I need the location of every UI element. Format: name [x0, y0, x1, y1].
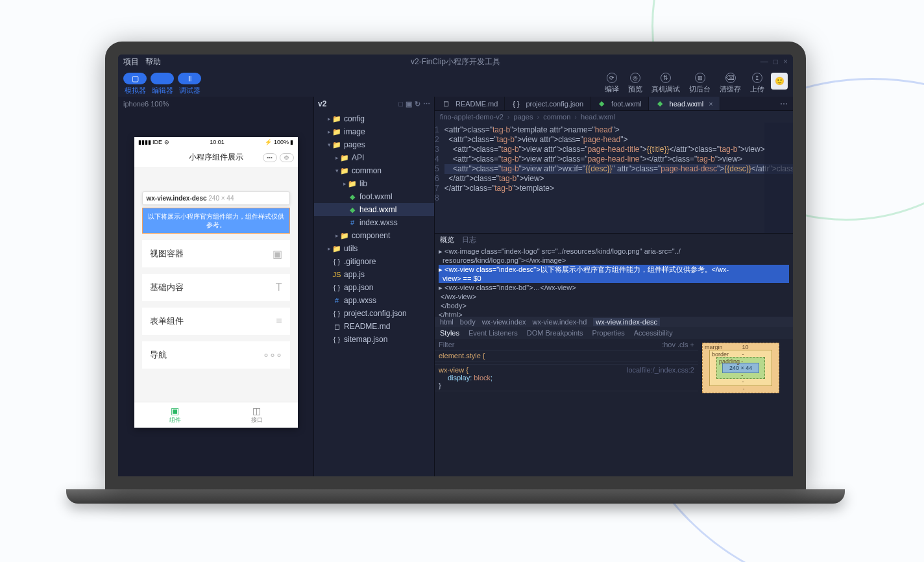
breadcrumb: fino-applet-demo-v2›pages›common›head.wx… — [435, 111, 793, 123]
styles-tab-0[interactable]: Styles — [440, 329, 459, 337]
tree-node-0[interactable]: ▸📁config — [314, 112, 434, 125]
inspect-tooltip: wx-view.index-desc 240 × 44 — [142, 191, 290, 205]
tree-node-15[interactable]: { }project.config.json — [314, 307, 434, 320]
phone-time: 10:01 — [210, 139, 225, 145]
tree-node-12[interactable]: JSapp.js — [314, 268, 434, 281]
code-editor[interactable]: 12345678 <attr">class="tag-b">template a… — [435, 123, 793, 233]
user-avatar[interactable]: 🙂 — [771, 73, 788, 90]
phone-tab-0[interactable]: ▣组件 — [134, 402, 216, 428]
box-model: margin 10 border - padding - — [698, 339, 793, 476]
tree-node-8[interactable]: #index.wxss — [314, 216, 434, 229]
tree-node-10[interactable]: ▸📁utils — [314, 242, 434, 255]
tree-node-9[interactable]: ▸📁component — [314, 229, 434, 242]
mode-toggle-0[interactable]: ▢模拟器 — [123, 73, 147, 95]
tree-node-3[interactable]: ▸📁API — [314, 151, 434, 164]
simulator-panel: iphone6 100% ▮▮▮▮ IDE ⊝ 10:01 ⚡ 100% ▮ 小… — [118, 97, 314, 476]
laptop-frame: 项目 帮助 v2-FinClip小程序开发工具 — □ × ▢模拟器 编辑器 ⫴… — [105, 42, 806, 504]
phone-preview[interactable]: ▮▮▮▮ IDE ⊝ 10:01 ⚡ 100% ▮ 小程序组件展示 ••• ◎ — [134, 137, 298, 428]
explorer-head-icon-0[interactable]: □ — [398, 100, 403, 108]
mode-toggle-1[interactable]: 编辑器 — [151, 73, 174, 95]
menu-project[interactable]: 项目 — [123, 56, 139, 67]
toolbar-action-2[interactable]: ⇅真机调试 — [651, 73, 680, 94]
explorer-head-icon-3[interactable]: ⋯ — [423, 100, 430, 108]
phone-nav-title: 小程序组件展示 — [189, 152, 243, 163]
styles-tab-1[interactable]: Event Listeners — [468, 329, 518, 337]
tree-node-17[interactable]: { }sitemap.json — [314, 333, 434, 346]
window-close[interactable]: × — [783, 57, 788, 66]
highlighted-element[interactable]: 以下将展示小程序官方组件能力，组件样式仅供参考。 — [142, 208, 290, 234]
editor-tab-2[interactable]: ◆foot.wxml — [590, 97, 648, 110]
window-maximize[interactable]: □ — [773, 57, 778, 66]
capsule-close[interactable]: ◎ — [280, 153, 294, 162]
ide-window: 项目 帮助 v2-FinClip小程序开发工具 — □ × ▢模拟器 编辑器 ⫴… — [118, 55, 793, 476]
menu-help[interactable]: 帮助 — [145, 56, 161, 67]
toolbar-action-3[interactable]: ⊞切后台 — [689, 73, 711, 94]
explorer-head-icon-1[interactable]: ▣ — [406, 100, 412, 108]
toolbar-action-1[interactable]: ◎预览 — [628, 73, 642, 94]
category-row-2[interactable]: 表单组件≡ — [142, 308, 290, 335]
tree-node-16[interactable]: ◻README.md — [314, 320, 434, 333]
editor-tab-3[interactable]: ◆head.wxml× — [649, 97, 720, 110]
tree-node-6[interactable]: ◆foot.wxml — [314, 190, 434, 203]
simulator-device-label: iphone6 100% — [118, 97, 313, 111]
category-row-1[interactable]: 基础内容T — [142, 274, 290, 301]
tree-node-4[interactable]: ▾📁common — [314, 164, 434, 177]
tree-node-7[interactable]: ◆head.wxml — [314, 203, 434, 216]
editor-tabbar: ◻README.md { }project.config.json ◆foot.… — [435, 97, 793, 111]
devtools-panel: 概览日志 ▸ <wx-image class="index-logo" src=… — [435, 233, 793, 476]
editor-tab-0[interactable]: ◻README.md — [435, 97, 505, 110]
toolbar-action-0[interactable]: ⟳编译 — [605, 73, 619, 94]
dom-breadcrumb[interactable]: htmlbodywx-view.indexwx-view.index-hdwx-… — [435, 317, 793, 327]
phone-carrier: ▮▮▮▮ IDE ⊝ — [138, 139, 169, 145]
phone-tab-1[interactable]: ◫接口 — [216, 402, 298, 428]
explorer-root[interactable]: v2 — [318, 99, 326, 108]
toolbar-action-4[interactable]: ⌫清缓存 — [720, 73, 741, 94]
category-row-0[interactable]: 视图容器▣ — [142, 240, 290, 267]
explorer-head-icon-2[interactable]: ↻ — [415, 100, 420, 108]
window-minimize[interactable]: — — [760, 57, 768, 66]
styles-tab-4[interactable]: Accessibility — [634, 329, 673, 337]
tab-overflow[interactable]: ⋯ — [775, 97, 793, 110]
styles-tab-2[interactable]: DOM Breakpoints — [527, 329, 583, 337]
styles-filter[interactable]: Filter — [439, 341, 454, 348]
mode-toggle-2[interactable]: ⫴调试器 — [178, 73, 201, 95]
styles-pane[interactable]: Filter :hov .cls + element.style {</span… — [435, 339, 698, 476]
capsule-menu[interactable]: ••• — [263, 153, 277, 162]
category-row-3[interactable]: 导航∘∘∘ — [142, 341, 290, 369]
tree-node-13[interactable]: { }app.json — [314, 281, 434, 294]
devtools-top-tab-0[interactable]: 概览 — [440, 235, 454, 245]
tree-node-5[interactable]: ▸📁lib — [314, 177, 434, 190]
menubar: 项目 帮助 v2-FinClip小程序开发工具 — □ × — [118, 55, 793, 69]
editor-tab-1[interactable]: { }project.config.json — [505, 97, 590, 110]
toolbar: ▢模拟器 编辑器 ⫴调试器 ⟳编译 ◎预览 ⇅真机调试 ⊞切后台 ⌫清缓存 ↥上… — [118, 69, 793, 97]
styles-tab-3[interactable]: Properties — [592, 329, 625, 337]
devtools-top-tab-1[interactable]: 日志 — [462, 235, 476, 245]
tree-node-11[interactable]: { }.gitignore — [314, 255, 434, 268]
toolbar-action-5[interactable]: ↥上传 — [750, 73, 764, 94]
minimap[interactable] — [764, 123, 793, 233]
file-explorer: v2 □▣↻⋯ ▸📁config ▸📁image ▾📁pages ▸📁API ▾… — [314, 97, 435, 476]
tree-node-1[interactable]: ▸📁image — [314, 125, 434, 138]
tree-node-2[interactable]: ▾📁pages — [314, 138, 434, 151]
styles-hov-toggle[interactable]: :hov .cls + — [662, 341, 694, 348]
phone-battery: ⚡ 100% ▮ — [265, 139, 293, 145]
dom-tree[interactable]: ▸ <wx-image class="index-logo" src="../r… — [435, 245, 793, 317]
tree-node-14[interactable]: #app.wxss — [314, 294, 434, 307]
window-title: v2-FinClip小程序开发工具 — [411, 56, 500, 67]
